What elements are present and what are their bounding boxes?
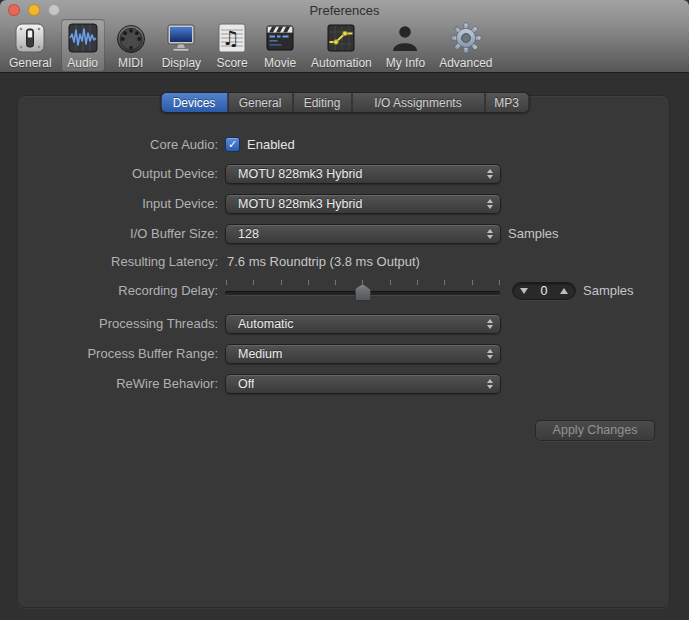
toolbar-label: Display xyxy=(162,56,201,70)
audio-icon xyxy=(66,21,100,55)
toolbar-label: MIDI xyxy=(118,56,143,70)
io-buffer-size-popup[interactable]: 128 xyxy=(225,224,501,244)
toolbar-label: Audio xyxy=(67,56,98,70)
general-icon xyxy=(13,21,47,55)
display-icon xyxy=(164,21,198,55)
rewire-behavior-row: ReWire Behavior: Off xyxy=(18,373,669,394)
svg-text:♫: ♫ xyxy=(222,26,240,50)
popup-arrows-icon xyxy=(487,319,493,329)
processing-threads-row: Processing Threads: Automatic xyxy=(18,313,669,334)
io-buffer-size-label: I/O Buffer Size: xyxy=(18,226,218,241)
toolbar-item-display[interactable]: Display xyxy=(157,19,206,72)
window-chrome: Preferences General xyxy=(0,0,689,73)
my-info-icon xyxy=(388,21,422,55)
toolbar-label: Score xyxy=(216,56,247,70)
processing-threads-popup[interactable]: Automatic xyxy=(225,314,501,334)
io-buffer-size-row: I/O Buffer Size: 128 Samples xyxy=(18,223,669,244)
recording-delay-slider[interactable] xyxy=(225,280,500,301)
tab-devices[interactable]: Devices xyxy=(161,93,227,112)
process-buffer-range-popup[interactable]: Medium xyxy=(225,344,501,364)
input-device-label: Input Device: xyxy=(18,196,218,211)
toolbar-label: Automation xyxy=(311,56,372,70)
output-device-popup[interactable]: MOTU 828mk3 Hybrid xyxy=(225,164,501,184)
io-buffer-size-value: 128 xyxy=(238,227,259,241)
core-audio-label: Core Audio: xyxy=(18,137,218,152)
toolbar-item-movie[interactable]: Movie xyxy=(258,19,302,72)
audio-tabbar: Devices General Editing I/O Assignments … xyxy=(160,92,529,113)
io-buffer-size-suffix: Samples xyxy=(508,226,559,241)
popup-arrows-icon xyxy=(487,349,493,359)
process-buffer-range-row: Process Buffer Range: Medium xyxy=(18,343,669,364)
toolbar-label: My Info xyxy=(386,56,425,70)
toolbar-item-score[interactable]: ♫ Score xyxy=(210,19,254,72)
automation-icon xyxy=(324,21,358,55)
toolbar-item-general[interactable]: General xyxy=(4,19,57,72)
recording-delay-suffix: Samples xyxy=(583,283,634,298)
core-audio-checkbox[interactable]: ✓ xyxy=(225,137,240,152)
movie-icon xyxy=(263,21,297,55)
tab-editing[interactable]: Editing xyxy=(292,93,351,112)
toolbar-item-automation[interactable]: Automation xyxy=(306,19,377,72)
input-device-popup[interactable]: MOTU 828mk3 Hybrid xyxy=(225,194,501,214)
output-device-label: Output Device: xyxy=(18,166,218,181)
recording-delay-label: Recording Delay: xyxy=(18,283,218,298)
popup-arrows-icon xyxy=(487,199,493,209)
output-device-value: MOTU 828mk3 Hybrid xyxy=(238,167,362,181)
input-device-value: MOTU 828mk3 Hybrid xyxy=(238,197,362,211)
toolbar-item-audio[interactable]: Audio xyxy=(61,19,105,72)
toolbar-label: Advanced xyxy=(439,56,492,70)
core-audio-checkbox-label: Enabled xyxy=(247,137,295,152)
stepper-up-icon[interactable] xyxy=(560,288,568,294)
toolbar-item-my-info[interactable]: My Info xyxy=(381,19,430,72)
processing-threads-value: Automatic xyxy=(238,317,294,331)
tab-general[interactable]: General xyxy=(227,93,292,112)
midi-icon xyxy=(114,21,148,55)
resulting-latency-label: Resulting Latency: xyxy=(18,254,218,269)
titlebar: Preferences xyxy=(0,0,689,20)
popup-arrows-icon xyxy=(487,229,493,239)
process-buffer-range-value: Medium xyxy=(238,347,282,361)
devices-panel: Core Audio: ✓ Enabled Output Device: MOT… xyxy=(17,95,670,608)
toolbar-label: General xyxy=(9,56,52,70)
preferences-content: Devices General Editing I/O Assignments … xyxy=(0,74,689,620)
rewire-behavior-popup[interactable]: Off xyxy=(225,374,501,394)
recording-delay-row: Recording Delay: 0 Samples xyxy=(18,280,669,301)
core-audio-row: Core Audio: ✓ Enabled xyxy=(18,134,669,155)
window-title: Preferences xyxy=(0,3,689,18)
input-device-row: Input Device: MOTU 828mk3 Hybrid xyxy=(18,193,669,214)
recording-delay-stepper: 0 xyxy=(512,282,576,300)
recording-delay-value[interactable]: 0 xyxy=(541,284,548,298)
processing-threads-label: Processing Threads: xyxy=(18,316,218,331)
preferences-window: Preferences General xyxy=(0,0,689,620)
rewire-behavior-value: Off xyxy=(238,377,254,391)
preferences-toolbar: General Audio xyxy=(4,19,498,72)
toolbar-label: Movie xyxy=(264,56,296,70)
tab-mp3[interactable]: MP3 xyxy=(484,93,528,112)
resulting-latency-value: 7.6 ms Roundtrip (3.8 ms Output) xyxy=(227,254,420,269)
resulting-latency-row: Resulting Latency: 7.6 ms Roundtrip (3.8… xyxy=(18,251,669,272)
advanced-icon xyxy=(449,21,483,55)
slider-thumb-handle[interactable] xyxy=(355,284,371,301)
process-buffer-range-label: Process Buffer Range: xyxy=(18,346,218,361)
stepper-down-icon[interactable] xyxy=(520,288,528,294)
toolbar-item-midi[interactable]: MIDI xyxy=(109,19,153,72)
apply-changes-button[interactable]: Apply Changes xyxy=(535,420,655,441)
popup-arrows-icon xyxy=(487,169,493,179)
score-icon: ♫ xyxy=(215,21,249,55)
tab-io-assignments[interactable]: I/O Assignments xyxy=(351,93,484,112)
slider-ticks xyxy=(226,280,500,285)
popup-arrows-icon xyxy=(487,379,493,389)
output-device-row: Output Device: MOTU 828mk3 Hybrid xyxy=(18,163,669,184)
rewire-behavior-label: ReWire Behavior: xyxy=(18,376,218,391)
toolbar-item-advanced[interactable]: Advanced xyxy=(434,19,497,72)
